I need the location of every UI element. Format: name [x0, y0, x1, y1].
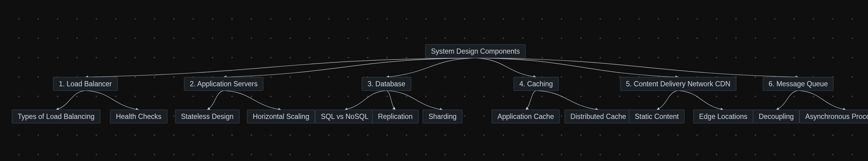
leaf-decoupling[interactable]: Decoupling: [753, 110, 799, 124]
leaf-replication[interactable]: Replication: [372, 110, 418, 124]
leaf-horizontal-scaling[interactable]: Horizontal Scaling: [247, 110, 315, 124]
branch-message-queue[interactable]: 6. Message Queue: [763, 77, 834, 91]
leaf-stateless-design[interactable]: Stateless Design: [175, 110, 240, 124]
branch-application-servers[interactable]: 2. Application Servers: [184, 77, 263, 91]
branch-cdn[interactable]: 5. Content Delivery Network CDN: [620, 77, 736, 91]
leaf-application-cache[interactable]: Application Cache: [492, 110, 560, 124]
leaf-health-checks[interactable]: Health Checks: [110, 110, 167, 124]
branch-load-balancer[interactable]: 1. Load Balancer: [53, 77, 118, 91]
leaf-sharding[interactable]: Sharding: [423, 110, 462, 124]
leaf-distributed-cache[interactable]: Distributed Cache: [565, 110, 632, 124]
leaf-sql-vs-nosql[interactable]: SQL vs NoSQL: [315, 110, 374, 124]
leaf-static-content[interactable]: Static Content: [629, 110, 684, 124]
branch-database[interactable]: 3. Database: [362, 77, 411, 91]
leaf-asynchronous-processing[interactable]: Asynchronous Processing: [799, 110, 868, 124]
node-layer: System Design Components 1. Load Balance…: [0, 0, 868, 161]
root-node[interactable]: System Design Components: [425, 44, 525, 58]
leaf-types-of-load-balancing[interactable]: Types of Load Balancing: [12, 110, 100, 124]
branch-caching[interactable]: 4. Caching: [514, 77, 559, 91]
leaf-edge-locations[interactable]: Edge Locations: [693, 110, 753, 124]
